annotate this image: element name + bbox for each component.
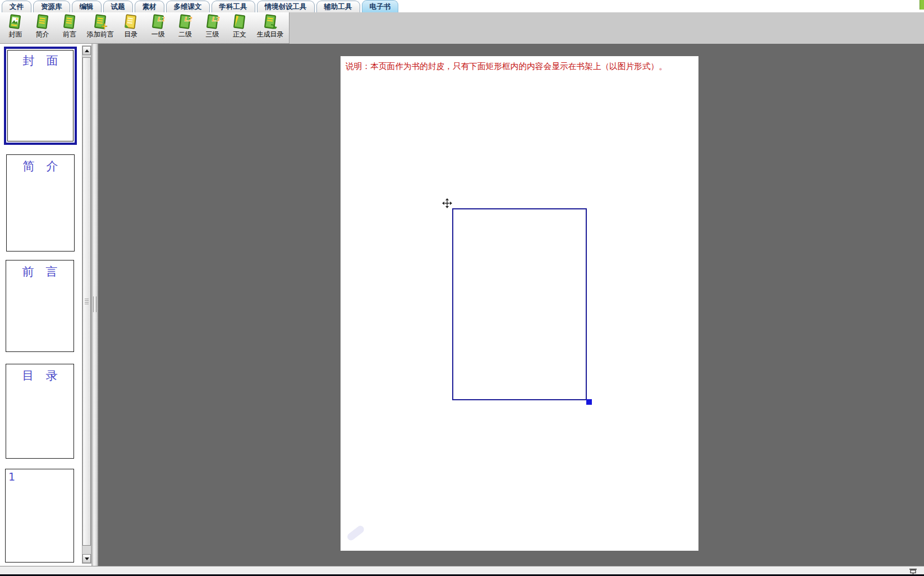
- preface-button[interactable]: 前言: [56, 13, 83, 43]
- toc-button[interactable]: 目录: [117, 13, 144, 43]
- toolbar-button-label: 一级: [151, 30, 165, 38]
- splitter-grip-icon: [93, 296, 96, 312]
- toolbar-button-label: 封面: [8, 30, 22, 38]
- tab-test-questions[interactable]: 试题: [103, 1, 133, 12]
- pencil-watermark-icon: [346, 524, 366, 542]
- tab-edit[interactable]: 编辑: [72, 1, 102, 12]
- thumbnail-page-1[interactable]: 1: [5, 469, 74, 563]
- svg-text:+: +: [100, 21, 108, 30]
- toolbar-button-label: 正文: [233, 30, 246, 38]
- page-thumbnail-sidebar: 封 面简 介前 言目 录1: [0, 44, 82, 566]
- toolbar-button-label: 二级: [178, 30, 192, 38]
- tab-bar: 文件资源库编辑试题素材多维课文学科工具情境创设工具辅助工具电子书: [0, 0, 924, 12]
- level-1-button[interactable]: L1一级: [145, 13, 172, 43]
- cover-page[interactable]: 说明：本页面作为书的封皮，只有下面矩形框内的内容会显示在书架上（以图片形式）。: [341, 56, 698, 551]
- add-preface-button[interactable]: +添加前言: [83, 13, 117, 43]
- thumbnail-page-label: 封 面: [7, 50, 73, 141]
- scroll-down-button[interactable]: [82, 554, 91, 563]
- cover-button[interactable]: 封面: [2, 13, 29, 43]
- tab-resource-library[interactable]: 资源库: [33, 1, 70, 12]
- sidebar-scrollbar[interactable]: [82, 45, 91, 564]
- level2-icon: L2: [177, 13, 194, 30]
- tab-multidim-text[interactable]: 多维课文: [166, 1, 210, 12]
- body-page-icon: [231, 13, 248, 30]
- toolbar-button-label: 简介: [36, 30, 49, 38]
- toolbar-button-label: 三级: [206, 30, 219, 38]
- intro-button[interactable]: 简介: [29, 13, 56, 43]
- toolbar-panel: 封面简介前言+添加前言目录L1一级L2二级L3三级正文生成目录: [0, 12, 289, 44]
- up-arrow-icon: [85, 49, 89, 52]
- toolbar-button-label: 生成目录: [257, 30, 284, 38]
- tab-subject-tools[interactable]: 学科工具: [212, 1, 255, 12]
- preface-page-icon: [61, 13, 78, 30]
- status-bar: [0, 566, 924, 574]
- toolbar-button-label: 前言: [63, 30, 76, 38]
- body-text-button[interactable]: 正文: [226, 13, 253, 43]
- toolbar-button-label: 添加前言: [87, 30, 114, 38]
- thumbnail-cover[interactable]: 封 面: [4, 47, 77, 145]
- generate-toc-button[interactable]: 生成目录: [253, 13, 287, 43]
- svg-text:L2: L2: [184, 16, 193, 23]
- scrollbar-grip-icon: [85, 299, 89, 304]
- svg-text:L1: L1: [157, 16, 165, 23]
- tab-ebook[interactable]: 电子书: [362, 0, 399, 12]
- cover-page-icon: [7, 13, 24, 30]
- resize-handle[interactable]: [586, 399, 592, 405]
- thumbnail-intro[interactable]: 简 介: [6, 154, 75, 252]
- level1-icon: L1: [150, 13, 167, 30]
- move-cursor-icon: [442, 198, 453, 209]
- partial-corner-icon: [920, 0, 924, 10]
- scrollbar-thumb[interactable]: [82, 57, 91, 546]
- toc-page-icon: [122, 13, 139, 30]
- level-2-button[interactable]: L2二级: [172, 13, 199, 43]
- tab-context-creation-tools[interactable]: 情境创设工具: [257, 1, 315, 12]
- down-arrow-icon: [85, 557, 89, 560]
- thumbnail-preface[interactable]: 前 言: [6, 260, 74, 352]
- toolbar-button-label: 目录: [124, 30, 137, 38]
- toolbar: 封面简介前言+添加前言目录L1一级L2二级L3三级正文生成目录: [0, 12, 924, 44]
- scroll-up-button[interactable]: [82, 46, 91, 55]
- sidebar-splitter[interactable]: [91, 44, 98, 566]
- add-preface-icon: +: [92, 13, 109, 30]
- intro-page-icon: [34, 13, 51, 30]
- tab-aux-tools[interactable]: 辅助工具: [316, 1, 360, 12]
- generate-toc-icon: [262, 13, 279, 30]
- level-3-button[interactable]: L3三级: [199, 13, 226, 43]
- display-icon: [908, 567, 918, 574]
- cover-instruction-text: 说明：本页面作为书的封皮，只有下面矩形框内的内容会显示在书架上（以图片形式）。: [346, 61, 667, 71]
- editor-canvas[interactable]: 说明：本页面作为书的封皮，只有下面矩形框内的内容会显示在书架上（以图片形式）。: [98, 44, 924, 566]
- tab-materials[interactable]: 素材: [135, 1, 164, 12]
- level3-icon: L3: [204, 13, 221, 30]
- thumbnail-toc[interactable]: 目 录: [6, 364, 74, 459]
- svg-text:L3: L3: [211, 16, 220, 23]
- cover-display-rectangle[interactable]: [452, 208, 587, 400]
- ebook-editor-window: 文件资源库编辑试题素材多维课文学科工具情境创设工具辅助工具电子书 封面简介前言+…: [0, 0, 924, 576]
- tab-file[interactable]: 文件: [2, 1, 31, 12]
